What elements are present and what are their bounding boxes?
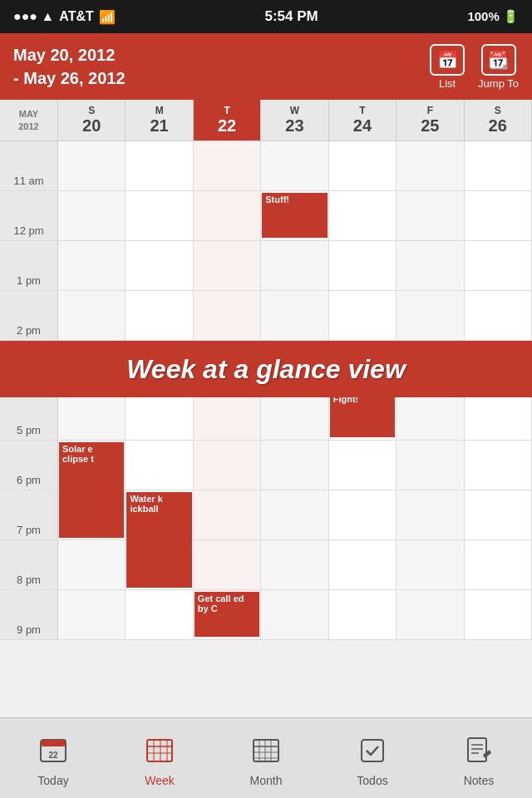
- carrier-signal: ●●● ▲ AT&T 📶: [13, 9, 116, 25]
- tab-notes-label: Notes: [464, 774, 495, 787]
- time-label-9pm: 9 pm: [0, 590, 58, 639]
- event-solar-eclipse[interactable]: Solar e clipse t: [59, 442, 124, 538]
- banner: Week at a glance view: [0, 341, 532, 397]
- status-bar: ●●● ▲ AT&T 📶 5:54 PM 100% 🔋: [0, 0, 532, 33]
- tab-month[interactable]: Month: [213, 718, 319, 798]
- battery-icon: 🔋: [503, 9, 519, 23]
- day-col-tue[interactable]: T 22: [194, 100, 261, 140]
- cell-fri-11am[interactable]: [397, 141, 464, 190]
- cell-sat-12pm[interactable]: [465, 191, 532, 240]
- time-row-12pm: 12 pm Stuff!: [0, 191, 532, 241]
- header-actions: 📅 List 📆 Jump To: [430, 44, 519, 90]
- time-row-11am: 11 am: [0, 141, 532, 191]
- time-label-1pm: 1 pm: [0, 241, 58, 290]
- time-row-6pm: 6 pm Solar e clipse t: [0, 441, 532, 490]
- header-date-range: May 20, 2012- May 26, 2012: [13, 43, 126, 90]
- day-col-fri[interactable]: F 25: [397, 100, 464, 140]
- day-col-thu[interactable]: T 24: [329, 100, 397, 140]
- time-row-9pm: 9 pm Get call ed by C: [0, 590, 532, 640]
- time-label-2pm: 2 pm: [0, 291, 58, 340]
- tab-todos[interactable]: Todos: [319, 718, 426, 798]
- tab-notes[interactable]: Notes: [426, 718, 532, 798]
- day-col-mon[interactable]: M 21: [126, 100, 193, 140]
- svg-rect-3: [147, 740, 172, 761]
- jump-to-button[interactable]: 📆 Jump To: [478, 44, 519, 90]
- battery-label: 100%: [467, 9, 499, 23]
- clock: 5:54 PM: [264, 8, 318, 25]
- cell-thu-12pm[interactable]: [329, 191, 397, 240]
- today-icon: 22: [39, 736, 67, 771]
- tab-month-label: Month: [250, 774, 283, 787]
- todos-icon: [358, 736, 387, 771]
- cell-tue-12pm[interactable]: [194, 191, 261, 240]
- list-button[interactable]: 📅 List: [430, 44, 465, 90]
- cell-fri-12pm[interactable]: [397, 191, 464, 240]
- svg-rect-17: [468, 738, 486, 761]
- svg-text:22: 22: [48, 751, 58, 760]
- cell-mon-11am[interactable]: [126, 141, 193, 190]
- svg-rect-1: [41, 740, 66, 746]
- tab-today[interactable]: 22 Today: [0, 718, 106, 798]
- tab-week[interactable]: Week: [106, 718, 213, 798]
- time-label-11am: 11 am: [0, 141, 58, 190]
- time-row-8pm: 8 pm: [0, 540, 532, 590]
- tab-week-label: Week: [145, 774, 175, 787]
- battery: 100% 🔋: [467, 9, 519, 24]
- cell-sun-11am[interactable]: [58, 141, 126, 190]
- header: May 20, 2012- May 26, 2012 📅 List 📆 Jump…: [0, 33, 532, 100]
- cell-mon-7pm[interactable]: Water k ickball: [126, 490, 193, 539]
- week-header: MAY2012 S 20 M 21 T 22 W 23 T 24 F 25 S …: [0, 100, 532, 141]
- time-row-1pm: 1 pm: [0, 241, 532, 291]
- time-row-2pm: 2 pm: [0, 291, 532, 341]
- event-get-called[interactable]: Get call ed by C: [195, 592, 259, 637]
- event-water-kickball[interactable]: Water k ickball: [126, 492, 191, 588]
- day-letter-sun: S: [88, 105, 95, 116]
- cell-thu-11am[interactable]: [329, 141, 397, 190]
- time-label-5pm: 5 pm: [0, 391, 58, 440]
- tab-todos-label: Todos: [357, 774, 387, 787]
- day-col-wed[interactable]: W 23: [261, 100, 328, 140]
- time-label-12pm: 12 pm: [0, 191, 58, 240]
- signal-icon: ●●● ▲: [13, 9, 54, 24]
- list-icon: 📅: [430, 44, 465, 76]
- cell-tue-11am[interactable]: [194, 141, 261, 190]
- time-label-6pm: 6 pm: [0, 441, 58, 490]
- cell-thu-5pm[interactable]: Fight!: [329, 391, 397, 440]
- wifi-icon: 📶: [99, 9, 116, 25]
- list-label: List: [439, 77, 456, 90]
- cell-wed-11am[interactable]: [261, 141, 328, 190]
- cell-sat-11am[interactable]: [465, 141, 532, 190]
- week-icon: [145, 736, 174, 771]
- tab-today-label: Today: [37, 774, 68, 787]
- month-icon: [252, 736, 280, 771]
- day-col-sun[interactable]: S 20: [58, 100, 126, 140]
- event-stuff[interactable]: Stuff!: [262, 193, 327, 238]
- banner-text: Week at a glance view: [126, 354, 406, 385]
- day-num-sun: 20: [82, 116, 101, 135]
- jump-to-label: Jump To: [478, 77, 519, 90]
- svg-rect-16: [362, 740, 383, 761]
- notes-icon: [465, 736, 493, 771]
- jumpto-icon: 📆: [481, 44, 516, 76]
- day-col-sat[interactable]: S 26: [465, 100, 532, 140]
- cell-mon-12pm[interactable]: [126, 191, 193, 240]
- cell-sun-6pm[interactable]: Solar e clipse t: [58, 441, 126, 490]
- carrier-label: AT&T: [59, 9, 93, 24]
- tab-bar: 22 Today Week: [0, 717, 532, 798]
- cell-tue-9pm[interactable]: Get call ed by C: [194, 590, 261, 639]
- event-fight[interactable]: Fight!: [330, 392, 395, 437]
- time-row-5pm: 5 pm Fight!: [0, 391, 532, 441]
- cell-wed-12pm[interactable]: Stuff!: [261, 191, 328, 240]
- time-label-7pm: 7 pm: [0, 490, 58, 539]
- time-label-8pm: 8 pm: [0, 540, 58, 589]
- month-year-label: MAY2012: [0, 100, 58, 140]
- cell-sun-12pm[interactable]: [58, 191, 126, 240]
- calendar-grid: 11 am 12 pm Stuff! 1 pm: [0, 141, 532, 717]
